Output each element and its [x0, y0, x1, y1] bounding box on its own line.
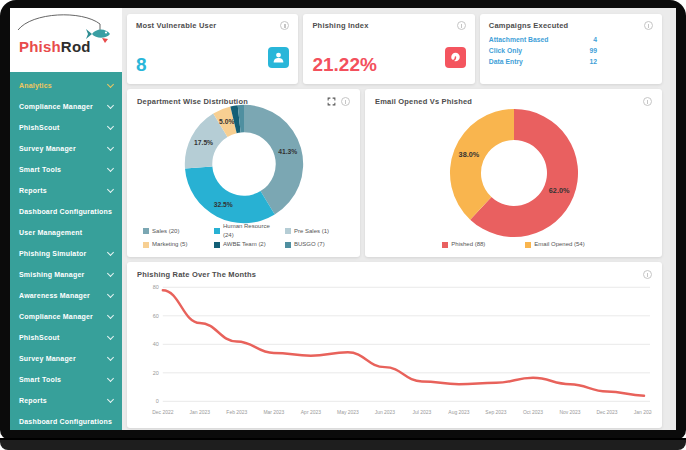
sidebar-item-label: PhishScout [19, 334, 60, 341]
sidebar-item-label: Awareness Manager [19, 292, 90, 299]
sidebar-item-smishing-manager[interactable]: Smishing Manager [10, 264, 122, 285]
donut-slice[interactable] [449, 109, 513, 220]
sidebar-item-compliance-manager[interactable]: Compliance Manager [10, 96, 122, 117]
campaign-type-count: 4 [593, 36, 597, 43]
legend-label: Pre Sales (1) [294, 227, 329, 236]
sidebar-item-label: Reports [19, 187, 47, 194]
legend-item[interactable]: AWBE Team (2) [208, 240, 279, 249]
campaign-type-row: Attachment Based4 [489, 34, 653, 45]
screen-bezel: PhishRod AnalyticsCompliance ManagerPhis… [0, 0, 686, 440]
panel-email-opened-vs-phished: Email Opened Vs Phished 62.0%38.0% Phish… [365, 89, 662, 257]
sidebar-item-label: Survey Manager [19, 355, 76, 362]
campaign-type-list: Attachment Based4Click Only99Data Entry1… [489, 34, 653, 67]
chevron-down-icon [107, 249, 114, 256]
y-tick-label: 80 [153, 284, 159, 290]
logo-text-rod: Rod [61, 38, 91, 55]
x-tick-label: Dec 2023 [596, 409, 617, 415]
legend-label: BUSGO (7) [294, 240, 325, 249]
panel-title-email: Email Opened Vs Phished [375, 97, 472, 106]
sidebar: PhishRod AnalyticsCompliance ManagerPhis… [10, 8, 122, 430]
sidebar-item-survey-manager[interactable]: Survey Manager [10, 348, 122, 369]
x-tick-label: Jan 2024 [634, 409, 652, 415]
expand-icon[interactable] [327, 97, 336, 106]
legend-item[interactable]: Email Opened (54) [525, 240, 584, 249]
x-tick-label: Dec 2022 [152, 409, 173, 415]
info-icon[interactable] [341, 97, 350, 106]
legend-swatch [214, 228, 220, 234]
sidebar-item-smart-tools[interactable]: Smart Tools [10, 369, 122, 390]
legend-swatch [442, 242, 448, 248]
sidebar-item-awareness-manager[interactable]: Awareness Manager [10, 285, 122, 306]
sidebar-item-label: Dashboard Configurations [19, 418, 112, 425]
charts-row: Department Wise Distribution 41.3%32.5%1… [127, 89, 662, 257]
legend-item[interactable]: BUSGO (7) [279, 240, 350, 249]
panel-phishing-rate: Phishing Rate Over The Months 020406080D… [127, 262, 662, 428]
chevron-down-icon [107, 165, 114, 172]
chevron-down-icon [107, 186, 114, 193]
y-tick-label: 20 [153, 370, 159, 376]
x-tick-label: Nov 2023 [559, 409, 580, 415]
card-title-most-vulnerable: Most Vulnerable User [136, 21, 216, 30]
kpi-row: Most Vulnerable User 8 Phishing Index [127, 14, 662, 84]
sidebar-item-user-management[interactable]: User Management [10, 222, 122, 243]
sidebar-item-label: Smart Tools [19, 166, 61, 173]
sidebar-item-phishscout[interactable]: PhishScout [10, 117, 122, 138]
info-icon[interactable] [643, 97, 652, 106]
app-logo[interactable]: PhishRod [10, 8, 122, 72]
chevron-down-icon [107, 270, 114, 277]
campaign-type-label[interactable]: Attachment Based [489, 36, 549, 43]
y-tick-label: 60 [153, 313, 159, 319]
sidebar-item-analytics[interactable]: Analytics [10, 75, 122, 96]
sidebar-item-survey-manager[interactable]: Survey Manager [10, 138, 122, 159]
legend-item[interactable]: Phished (88) [442, 240, 485, 249]
donut-slice[interactable] [185, 166, 275, 223]
legend-item[interactable]: Marketing (5) [137, 240, 208, 249]
chevron-down-icon [107, 333, 114, 340]
sidebar-item-reports[interactable]: Reports [10, 180, 122, 201]
sidebar-item-label: Compliance Manager [19, 103, 93, 110]
panel-department-distribution: Department Wise Distribution 41.3%32.5%1… [127, 89, 360, 257]
legend-item[interactable]: Sales (20) [137, 222, 208, 240]
info-icon[interactable] [457, 21, 466, 30]
sidebar-item-label: Smart Tools [19, 376, 61, 383]
email-donut-chart: 62.0%38.0% [375, 106, 652, 240]
laptop-base [0, 438, 686, 450]
user-icon [268, 47, 289, 68]
x-tick-label: Jun 2023 [375, 409, 396, 415]
sidebar-item-phishscout[interactable]: PhishScout [10, 327, 122, 348]
legend-swatch [143, 242, 149, 248]
campaign-type-row: Data Entry12 [489, 56, 653, 67]
sidebar-item-label: Analytics [19, 82, 52, 89]
info-icon[interactable] [280, 21, 289, 30]
hook-icon [445, 47, 466, 68]
info-icon[interactable] [643, 270, 652, 279]
sidebar-item-dashboard-configurations[interactable]: Dashboard Configurations [10, 201, 122, 222]
chevron-down-icon [107, 123, 114, 130]
sidebar-item-reports[interactable]: Reports [10, 390, 122, 411]
x-tick-label: May 2023 [337, 409, 359, 415]
sidebar-menu: AnalyticsCompliance ManagerPhishScoutSur… [10, 72, 122, 430]
sidebar-item-phishing-simulator[interactable]: Phishing Simulator [10, 243, 122, 264]
sidebar-item-compliance-manager[interactable]: Compliance Manager [10, 306, 122, 327]
slice-percent-label: 32.5% [213, 201, 232, 208]
legend-swatch [525, 242, 531, 248]
sidebar-item-label: Smishing Manager [19, 271, 84, 278]
legend-item[interactable]: Pre Sales (1) [279, 222, 350, 240]
sidebar-item-dashboard-configurations[interactable]: Dashboard Configurations [10, 411, 122, 430]
slice-percent-label: 41.3% [278, 148, 297, 155]
info-icon[interactable] [644, 21, 653, 30]
chevron-down-icon [107, 291, 114, 298]
card-phishing-index: Phishing Index 21.22% [303, 14, 474, 84]
campaign-type-label[interactable]: Click Only [489, 47, 522, 54]
legend-swatch [285, 242, 291, 248]
legend-label: Human Resource (24) [223, 222, 279, 240]
legend-swatch [214, 242, 220, 248]
logo-text: PhishRod [19, 38, 91, 55]
legend-item[interactable]: Human Resource (24) [208, 222, 279, 240]
campaign-type-label[interactable]: Data Entry [489, 58, 523, 65]
sidebar-item-label: Dashboard Configurations [19, 208, 112, 215]
chevron-down-icon [107, 396, 114, 403]
phishing-rate-line[interactable] [163, 290, 644, 395]
sidebar-item-smart-tools[interactable]: Smart Tools [10, 159, 122, 180]
legend-swatch [143, 228, 149, 234]
